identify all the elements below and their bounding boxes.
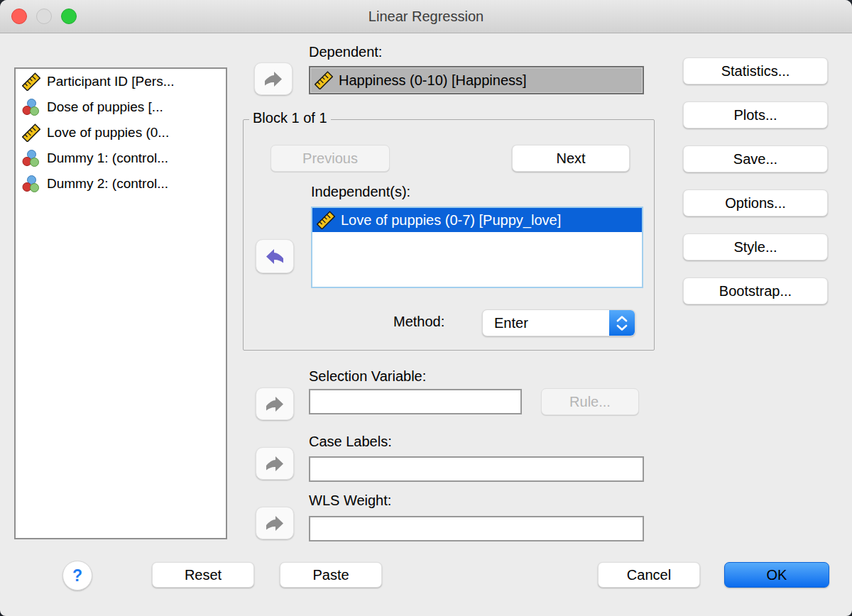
independents-list[interactable]: Love of puppies (0-7) [Puppy_love] — [311, 207, 643, 288]
block-legend: Block 1 of 1 — [249, 110, 331, 126]
dependent-field[interactable]: Happiness (0-10) [Happiness] — [309, 66, 644, 94]
case-labels-field[interactable] — [309, 456, 644, 482]
selection-variable-label: Selection Variable: — [309, 368, 426, 385]
wls-weight-label: WLS Weight: — [309, 493, 391, 509]
statistics-button[interactable]: Statistics... — [683, 57, 828, 84]
list-item[interactable]: Love of puppies (0... — [16, 120, 226, 145]
cancel-button[interactable]: Cancel — [598, 562, 700, 588]
block-group: Block 1 of 1 Previous Next Independent(s… — [243, 119, 655, 351]
ok-button[interactable]: OK — [724, 562, 829, 588]
arrow-right-icon — [266, 515, 284, 532]
variable-label: Love of puppies (0... — [47, 125, 169, 141]
scale-measure-icon — [315, 71, 333, 89]
move-to-case-labels-button[interactable] — [256, 447, 294, 480]
move-to-independents-button[interactable] — [256, 239, 294, 273]
variable-label: Participant ID [Pers... — [47, 74, 175, 89]
scale-measure-icon — [317, 211, 335, 229]
method-selected-value: Enter — [483, 315, 609, 331]
list-item[interactable]: Dummy 2: (control... — [16, 171, 226, 197]
next-button[interactable]: Next — [512, 145, 630, 172]
move-to-selection-button[interactable] — [256, 387, 294, 420]
variable-label: Dummy 1: (control... — [47, 150, 168, 166]
list-item[interactable]: Dose of puppies [... — [16, 94, 226, 120]
plots-button[interactable]: Plots... — [683, 101, 828, 128]
linear-regression-dialog: Linear Regression Participant ID [Pers..… — [0, 0, 852, 616]
paste-button[interactable]: Paste — [280, 562, 382, 588]
variable-label: Dose of puppies [... — [47, 99, 163, 115]
list-item[interactable]: Dummy 1: (control... — [16, 145, 226, 171]
nominal-measure-icon — [22, 175, 40, 193]
reset-button[interactable]: Reset — [152, 562, 254, 588]
dropdown-chevrons-icon — [609, 310, 635, 336]
method-label: Method: — [393, 314, 444, 330]
variable-label: Dummy 2: (control... — [47, 176, 168, 192]
independents-label: Independent(s): — [311, 184, 410, 200]
dependent-selected-variable[interactable]: Happiness (0-10) [Happiness] — [310, 71, 527, 89]
dependent-value: Happiness (0-10) [Happiness] — [339, 72, 527, 89]
dependent-label: Dependent: — [309, 44, 382, 60]
list-item[interactable]: Participant ID [Pers... — [16, 69, 226, 94]
arrow-left-icon — [266, 248, 284, 265]
rule-button: Rule... — [541, 388, 639, 415]
case-labels-label: Case Labels: — [309, 434, 392, 450]
help-button[interactable]: ? — [62, 561, 92, 590]
arrow-right-icon — [266, 396, 284, 412]
scale-measure-icon — [22, 72, 40, 91]
move-to-dependent-button[interactable] — [254, 62, 293, 95]
list-item-selected[interactable]: Love of puppies (0-7) [Puppy_love] — [312, 208, 642, 232]
previous-button: Previous — [271, 145, 390, 172]
arrow-right-icon — [266, 456, 284, 472]
save-button[interactable]: Save... — [683, 145, 828, 172]
selection-variable-field[interactable] — [309, 389, 522, 414]
scale-measure-icon — [22, 123, 40, 142]
bootstrap-button[interactable]: Bootstrap... — [683, 277, 828, 304]
move-to-wls-button[interactable] — [256, 507, 294, 539]
dialog-title: Linear Regression — [0, 0, 852, 33]
style-button[interactable]: Style... — [683, 233, 828, 260]
arrow-right-icon — [264, 71, 283, 87]
nominal-measure-icon — [22, 98, 40, 116]
source-variable-list[interactable]: Participant ID [Pers... Dose of puppies … — [14, 67, 227, 539]
wls-weight-field[interactable] — [309, 516, 644, 541]
independent-value: Love of puppies (0-7) [Puppy_love] — [341, 212, 561, 229]
nominal-measure-icon — [22, 149, 40, 167]
title-bar: Linear Regression — [0, 0, 852, 33]
options-button[interactable]: Options... — [683, 189, 828, 216]
method-dropdown[interactable]: Enter — [482, 309, 635, 336]
